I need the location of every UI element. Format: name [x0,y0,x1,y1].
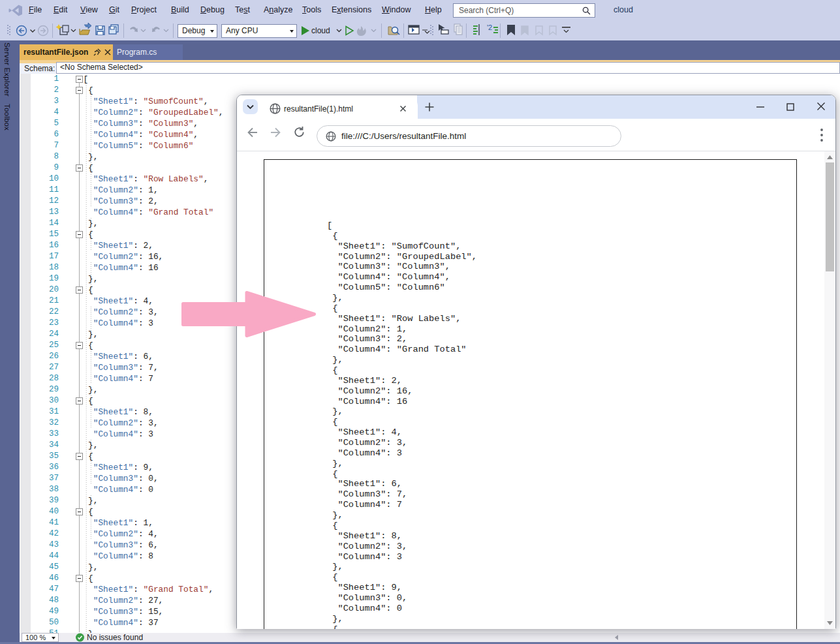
svg-text:'2: '2 [487,23,492,31]
